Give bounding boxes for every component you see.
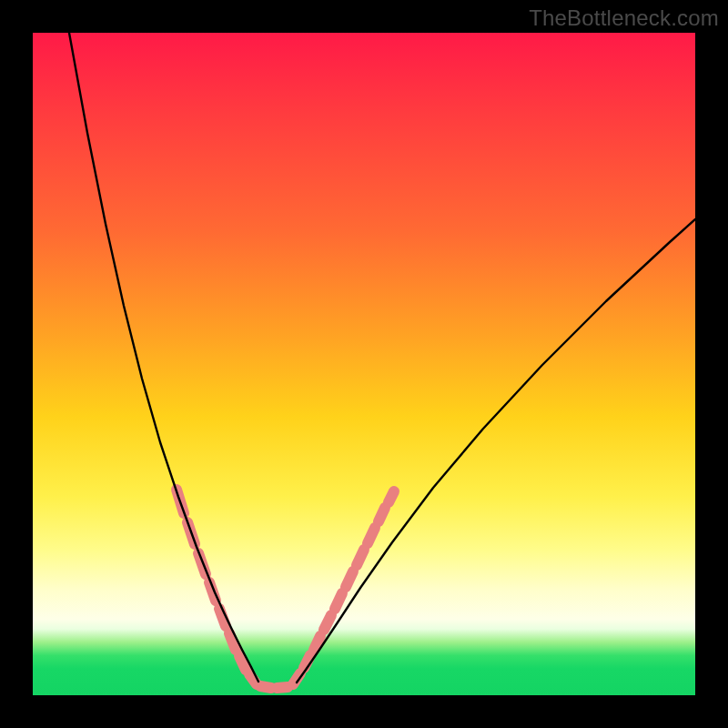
dash-right-7 <box>368 528 375 543</box>
chart-svg <box>33 33 695 695</box>
curve-left-branch <box>69 33 258 682</box>
watermark-text: TheBottleneck.com <box>529 5 719 31</box>
dash-overlay <box>177 490 394 688</box>
dash-right-5 <box>346 571 353 587</box>
dash-right-3 <box>324 615 331 630</box>
dash-right-9 <box>389 491 394 502</box>
dash-bottom-1 <box>277 687 288 688</box>
dash-bottom-0 <box>260 686 271 688</box>
dash-right-4 <box>335 593 342 609</box>
dash-right-8 <box>379 508 385 521</box>
dash-right-6 <box>357 550 364 565</box>
dash-left-6 <box>239 656 246 670</box>
outer-frame: TheBottleneck.com <box>0 0 728 728</box>
dash-right-2 <box>314 636 320 650</box>
plot-area <box>33 33 695 695</box>
curve-right-branch <box>297 219 695 682</box>
curve-layer <box>69 33 695 682</box>
